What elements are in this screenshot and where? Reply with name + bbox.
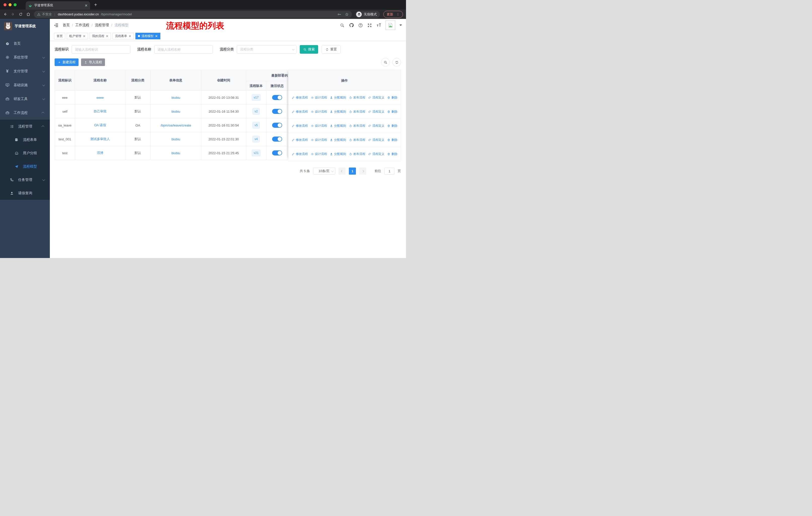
create-process-button[interactable]: ＋ 新建流程 — [55, 58, 79, 66]
toggle-search-button[interactable] — [381, 58, 389, 66]
process-name-link[interactable]: 测试多审批人 — [90, 137, 110, 141]
tag-my-process[interactable]: 我的流程 ✕ — [90, 33, 111, 39]
delete-action[interactable]: 删除 — [387, 110, 398, 114]
publish-process-action[interactable]: 发布流程 — [349, 110, 365, 114]
reload-icon[interactable] — [19, 12, 23, 17]
new-tab-button[interactable]: + — [94, 2, 97, 8]
process-definition-action[interactable]: 流程定义 — [368, 138, 384, 142]
tab-close-icon[interactable]: ✕ — [85, 3, 88, 7]
process-name-input[interactable] — [154, 45, 213, 54]
sidebar-item-home[interactable]: 首页 — [0, 36, 50, 50]
version-badge[interactable]: v2 — [253, 108, 260, 115]
tag-close-icon[interactable]: ✕ — [106, 34, 109, 38]
forward-icon[interactable] — [11, 12, 15, 17]
breadcrumb-process-manage[interactable]: 流程管理 — [95, 23, 109, 27]
process-id-input[interactable] — [72, 45, 130, 54]
user-avatar[interactable] — [386, 20, 395, 30]
sidebar-item-process-model[interactable]: 流程模型 — [0, 160, 50, 173]
sidebar-item-user-group[interactable]: 用户分组 — [0, 146, 50, 160]
page-1-button[interactable]: 1 — [349, 167, 356, 174]
address-bar[interactable]: 不安全 | dashboard.yudao.iocoder.cn/bpm/man… — [34, 11, 352, 18]
help-icon[interactable] — [358, 23, 363, 28]
tag-close-icon[interactable]: ✕ — [83, 34, 86, 38]
goto-page-input[interactable] — [384, 167, 395, 174]
search-icon[interactable] — [340, 23, 345, 28]
sidebar-item-devtools[interactable]: 研发工具 — [0, 92, 50, 106]
active-toggle[interactable] — [272, 137, 282, 142]
sidebar-item-infra[interactable]: 基础设施 — [0, 78, 50, 92]
browser-menu-dots-icon[interactable] — [396, 12, 400, 16]
sidebar-item-task-manage[interactable]: 任务管理 — [0, 173, 50, 186]
import-process-button[interactable]: 导入流程 — [81, 58, 105, 66]
edit-process-action[interactable]: 修改流程 — [291, 96, 308, 100]
edit-process-action[interactable]: 修改流程 — [291, 124, 308, 128]
sidebar-item-payment[interactable]: ¥ 支付管理 — [0, 64, 50, 78]
process-definition-action[interactable]: 流程定义 — [368, 152, 384, 156]
form-info-link[interactable]: biubiu — [171, 137, 180, 141]
publish-process-action[interactable]: 发布流程 — [349, 124, 365, 128]
assign-rule-action[interactable]: 分配规则 — [330, 152, 346, 156]
update-button[interactable]: 更新 — [383, 11, 403, 18]
font-size-icon[interactable] — [376, 23, 381, 28]
active-toggle[interactable] — [272, 151, 282, 156]
fullscreen-icon[interactable] — [367, 23, 372, 28]
process-name-link[interactable]: 自己审批 — [94, 109, 107, 113]
publish-process-action[interactable]: 发布流程 — [349, 138, 365, 142]
sidebar-item-process-manage[interactable]: 流程管理 — [0, 120, 50, 133]
active-toggle[interactable] — [272, 123, 282, 128]
version-badge[interactable]: v17 — [252, 94, 261, 101]
process-definition-action[interactable]: 流程定义 — [368, 110, 384, 114]
tag-close-icon[interactable]: ✕ — [128, 34, 132, 38]
breadcrumb-home[interactable]: 首页 — [63, 23, 70, 27]
breadcrumb-workflow[interactable]: 工作流程 — [75, 23, 89, 27]
page-size-select[interactable]: 10条/页 — [313, 167, 335, 174]
design-process-action[interactable]: 设计流程 — [311, 96, 327, 100]
process-name-link[interactable]: eeee — [96, 96, 104, 100]
zoom-window-button[interactable] — [13, 3, 17, 6]
sidebar-item-process-form[interactable]: 流程表单 — [0, 133, 50, 146]
design-process-action[interactable]: 设计流程 — [311, 110, 327, 114]
publish-process-action[interactable]: 发布流程 — [349, 152, 365, 156]
edit-process-action[interactable]: 修改流程 — [291, 138, 308, 142]
search-button[interactable]: 搜索 — [300, 45, 318, 54]
active-toggle[interactable] — [272, 109, 282, 114]
delete-action[interactable]: 删除 — [387, 96, 398, 100]
assign-rule-action[interactable]: 分配规则 — [330, 110, 346, 114]
edit-process-action[interactable]: 修改流程 — [291, 110, 308, 114]
process-name-link[interactable]: OA 请假 — [94, 123, 106, 127]
form-info-link[interactable]: /bpm/oa/leave/create — [161, 124, 191, 127]
sidebar-item-workflow[interactable]: 工作流程 — [0, 106, 50, 120]
process-definition-action[interactable]: 流程定义 — [368, 124, 384, 128]
tag-tenant[interactable]: 租户管理 ✕ — [67, 33, 88, 39]
delete-action[interactable]: 删除 — [387, 152, 398, 156]
sidebar-item-leave-query[interactable]: 请假查询 — [0, 186, 50, 200]
tag-process-model[interactable]: 流程模型 ✕ — [136, 33, 160, 39]
active-toggle[interactable] — [272, 95, 282, 100]
form-info-link[interactable]: biubiu — [171, 96, 180, 100]
password-key-icon[interactable] — [337, 12, 341, 17]
sidebar-logo[interactable]: 芋道管理系统 — [0, 19, 50, 33]
minimize-window-button[interactable] — [8, 3, 11, 6]
hamburger-icon[interactable] — [54, 23, 59, 28]
tag-home[interactable]: 首页 — [54, 33, 65, 39]
version-badge[interactable]: v21 — [252, 150, 261, 156]
process-name-link[interactable]: 滔博 — [97, 151, 104, 155]
delete-action[interactable]: 删除 — [387, 138, 398, 142]
refresh-table-button[interactable] — [393, 58, 401, 66]
security-status[interactable]: 不安全 — [37, 12, 52, 17]
prev-page-button[interactable] — [339, 167, 346, 174]
design-process-action[interactable]: 设计流程 — [311, 124, 327, 128]
assign-rule-action[interactable]: 分配规则 — [330, 124, 346, 128]
process-definition-action[interactable]: 流程定义 — [368, 96, 384, 100]
assign-rule-action[interactable]: 分配规则 — [330, 96, 346, 100]
design-process-action[interactable]: 设计流程 — [311, 138, 327, 142]
delete-action[interactable]: 删除 — [387, 124, 398, 128]
version-badge[interactable]: v5 — [253, 122, 260, 129]
home-icon[interactable] — [26, 12, 30, 17]
github-icon[interactable] — [349, 23, 354, 28]
reset-button[interactable]: 重置 — [322, 45, 341, 54]
assign-rule-action[interactable]: 分配规则 — [330, 138, 346, 142]
form-info-link[interactable]: biubiu — [171, 110, 180, 113]
version-badge[interactable]: v4 — [253, 136, 260, 142]
form-info-link[interactable]: biubiu — [171, 151, 180, 155]
